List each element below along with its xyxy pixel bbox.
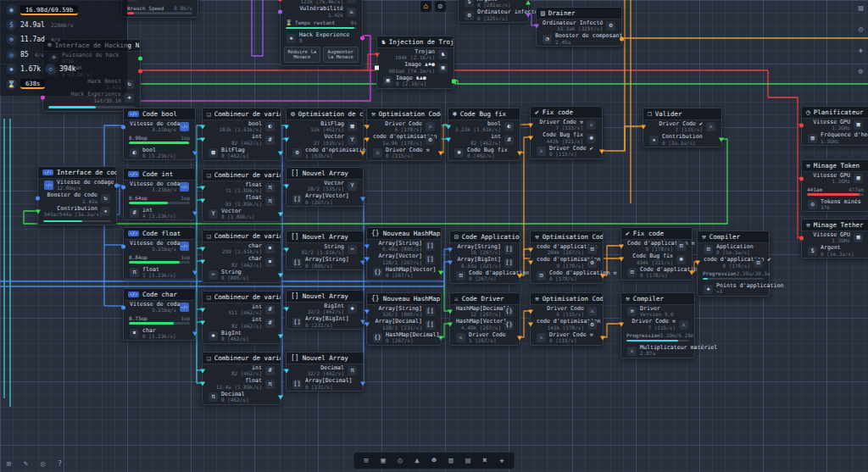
input-port[interactable] bbox=[121, 244, 125, 248]
input-port[interactable] bbox=[528, 123, 533, 127]
input-port[interactable] bbox=[364, 323, 370, 327]
node-breach[interactable]: ◆0 [684/s]Breach Speed8.86/s bbox=[121, 0, 198, 18]
output-port[interactable] bbox=[114, 183, 119, 187]
node-code-bool[interactable]: ‹/›Code boolVitesse de codage3.21bq/s‹/›… bbox=[123, 108, 196, 160]
input-port[interactable] bbox=[284, 184, 289, 188]
output-port[interactable] bbox=[620, 37, 624, 42]
input-port[interactable] bbox=[278, 10, 282, 14]
output-port[interactable] bbox=[360, 197, 365, 202]
input-port[interactable] bbox=[200, 369, 205, 373]
input-port[interactable] bbox=[36, 209, 41, 214]
input-port[interactable] bbox=[121, 305, 125, 309]
input-port[interactable] bbox=[375, 53, 380, 57]
node-code-driver[interactable]: ⚔Code DriverHashMap[Decimal]12 [267/s]{}… bbox=[449, 292, 520, 346]
locate-button[interactable]: ◎ bbox=[37, 458, 48, 469]
close-button[interactable]: ✖ bbox=[480, 455, 491, 466]
node-code-float[interactable]: ‹/›Code floatVitesse de codage3.21bq/s‹/… bbox=[123, 227, 196, 280]
node-graph-canvas[interactable]: ◆0 [684/s]Breach Speed8.86/s☻Interface d… bbox=[0, 0, 868, 472]
output-port[interactable] bbox=[360, 36, 364, 41]
input-port[interactable] bbox=[284, 307, 289, 311]
input-port[interactable] bbox=[528, 247, 533, 252]
panel-settings-button[interactable]: ⚙ bbox=[855, 66, 866, 77]
node-code-bug-fix[interactable]: ❃Code Bug fixbool3.23k [1.61k/s]◐int82 [… bbox=[448, 108, 520, 161]
output-port[interactable] bbox=[599, 149, 604, 153]
input-port[interactable] bbox=[799, 176, 804, 180]
node-fix-code-1[interactable]: ✔Fix codeDriver Code ⚒7 [115/s]⚔Code Bug… bbox=[530, 106, 603, 159]
input-port[interactable] bbox=[528, 136, 533, 141]
help-button[interactable]: ? bbox=[54, 458, 65, 469]
node-valider[interactable]: ❒ValiderDriver Code ✔7 [115/s]⚔★Contribu… bbox=[643, 108, 722, 147]
input-port[interactable] bbox=[200, 186, 205, 190]
panel-add-button[interactable]: ✚ bbox=[855, 45, 866, 56]
node-drainer[interactable]: ▤DrainerOrdinateur Infecté33.1ak [325t/s… bbox=[536, 7, 622, 47]
warning-button[interactable]: ▲ bbox=[412, 455, 423, 466]
node-menace[interactable]: Dégât causé par Trojan121k [76.4k/s]⚙Vul… bbox=[280, 0, 363, 66]
output-port[interactable] bbox=[138, 56, 142, 60]
node-minage-tether[interactable]: ⚒Minage TetherVitesse GPU1.3GHz▦$Argent0… bbox=[801, 219, 868, 258]
output-port[interactable] bbox=[438, 336, 443, 340]
input-port[interactable] bbox=[284, 247, 289, 252]
output-port[interactable] bbox=[278, 334, 283, 338]
input-port[interactable] bbox=[799, 236, 804, 240]
input-port[interactable] bbox=[200, 382, 205, 386]
input-port[interactable] bbox=[200, 199, 205, 203]
input-port[interactable] bbox=[364, 309, 370, 314]
output-port[interactable] bbox=[438, 151, 443, 155]
node-code-char[interactable]: ‹/›Code charVitesse de codage3.21bq/s‹/›… bbox=[123, 288, 196, 341]
output-port[interactable] bbox=[278, 273, 283, 277]
user-button[interactable]: ☻ bbox=[429, 455, 440, 466]
output-port[interactable] bbox=[526, 0, 531, 4]
node-array-vector[interactable]: []Nouvel ArrayVector28/2 [535/s]Y[]Array… bbox=[286, 167, 364, 207]
augmenter-la-menace-button[interactable]: Augmenter la Menace bbox=[323, 47, 359, 63]
output-port[interactable] bbox=[278, 212, 283, 216]
input-port[interactable] bbox=[284, 369, 289, 373]
input-port[interactable] bbox=[534, 24, 539, 28]
monitor-button[interactable]: ▤ bbox=[463, 455, 474, 466]
input-port[interactable] bbox=[528, 261, 533, 265]
node-combineur-2[interactable]: ❏Combineur de variablesfloat71 [1.89k/s]… bbox=[202, 169, 281, 222]
node-combineur-1[interactable]: ❏Combineur de variablesbool183k [1.61k/s… bbox=[202, 108, 281, 161]
output-port[interactable] bbox=[719, 138, 724, 142]
output-port[interactable] bbox=[452, 79, 456, 83]
output-port[interactable] bbox=[278, 395, 283, 399]
stats-button[interactable]: ▥ bbox=[446, 455, 457, 466]
node-array-bigint[interactable]: []Nouvel ArrayBigInt32/2 [462/s]✱[]Array… bbox=[286, 290, 364, 330]
node-compiler-application[interactable]: ⚒Compiler⊡Application0 [1m.1a/s]code d'a… bbox=[697, 230, 770, 297]
output-port[interactable] bbox=[192, 151, 198, 155]
input-port[interactable] bbox=[448, 261, 453, 265]
image-button[interactable]: ▣ bbox=[378, 455, 389, 466]
output-port[interactable] bbox=[517, 274, 522, 278]
output-port[interactable] bbox=[192, 211, 198, 215]
target-button[interactable]: ◎ bbox=[395, 455, 406, 466]
input-port[interactable] bbox=[121, 125, 125, 129]
node-codage-interface[interactable]: ‹/›Interface de codage Niv. 27‹/›Vitesse… bbox=[37, 166, 117, 225]
output-port[interactable] bbox=[600, 336, 605, 340]
output-port[interactable] bbox=[517, 151, 522, 155]
input-port[interactable] bbox=[619, 323, 624, 327]
input-port[interactable] bbox=[641, 125, 646, 129]
input-port[interactable] bbox=[364, 125, 370, 129]
output-port[interactable] bbox=[438, 270, 443, 275]
input-port[interactable] bbox=[364, 258, 370, 262]
node-combineur-3[interactable]: ❏Combineur de variableschar259 [1.61k/s]… bbox=[202, 230, 281, 283]
output-port[interactable] bbox=[278, 151, 283, 155]
node-hashmap-vector[interactable]: {}Nouveau HashMapArray[String]6.49a [805… bbox=[366, 227, 442, 280]
output-port[interactable] bbox=[192, 331, 198, 336]
input-port[interactable] bbox=[284, 125, 289, 129]
apps-button[interactable]: ⊞ bbox=[3, 458, 14, 469]
input-port[interactable] bbox=[448, 309, 453, 314]
node-combineur-4[interactable]: ❏Combineur de variablesint511 [462/s]#in… bbox=[202, 291, 281, 344]
node-array-decimal[interactable]: []Nouvel ArrayDecimal32/2 [462/s]π[]Arra… bbox=[286, 352, 364, 391]
r-duire-la-menace-button[interactable]: Réduire la Menace bbox=[284, 47, 320, 63]
input-port[interactable] bbox=[448, 323, 453, 327]
input-port[interactable] bbox=[200, 308, 205, 312]
output-port[interactable] bbox=[689, 270, 694, 275]
node-optimisation-de-code[interactable]: ⚙Optimisation de codeBitFlag13k [462/s]▩… bbox=[286, 108, 364, 161]
input-port[interactable] bbox=[200, 260, 205, 264]
input-port[interactable] bbox=[446, 138, 451, 142]
node-code-application[interactable]: ⊡Code ApplicationArray[String]16 [267/s]… bbox=[449, 230, 520, 284]
node-optimisation-code-2[interactable]: ⚒Optimisation Codecode d'application284k… bbox=[530, 230, 604, 284]
home-button[interactable]: ⌂ bbox=[420, 1, 431, 12]
output-port[interactable] bbox=[360, 151, 365, 155]
input-port[interactable] bbox=[121, 185, 125, 189]
